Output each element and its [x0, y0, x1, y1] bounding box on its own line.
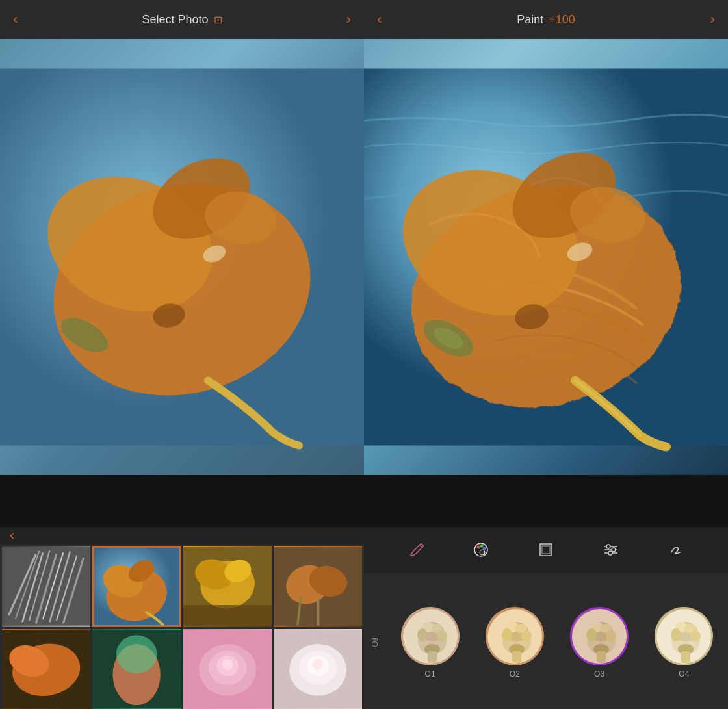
thumbnail-grid — [0, 544, 364, 709]
style-label-o2: O2 — [510, 669, 520, 678]
thumbnail-dry-flowers[interactable] — [274, 546, 362, 627]
svg-rect-97 — [597, 651, 606, 663]
left-title-group: Select Photo ⊡ — [142, 13, 222, 27]
original-image-area — [0, 39, 364, 475]
crop-icon[interactable]: ⊡ — [214, 14, 222, 26]
right-header: ‹ Paint +100 › — [364, 0, 728, 39]
style-preset-o4[interactable]: O4 — [655, 607, 713, 678]
svg-point-86 — [521, 630, 532, 642]
svg-point-70 — [608, 551, 612, 555]
right-forward-button[interactable]: › — [710, 11, 715, 28]
palette-tool[interactable] — [467, 535, 495, 564]
painted-flower-svg — [364, 39, 728, 475]
svg-point-37 — [116, 635, 157, 673]
svg-point-19 — [101, 562, 174, 627]
style-presets: O1 — [386, 607, 728, 678]
svg-point-42 — [222, 659, 233, 670]
paint-value: +100 — [549, 13, 575, 27]
svg-rect-79 — [428, 651, 437, 663]
right-tools-section: Oil — [364, 527, 728, 709]
thumbnail-nav: ‹ — [0, 527, 364, 544]
left-bottom-strip — [0, 475, 364, 527]
svg-point-95 — [606, 630, 616, 642]
thumbnail-orange-leaf[interactable] — [2, 629, 90, 709]
brush-tool[interactable] — [402, 535, 430, 564]
painted-flower-image — [364, 39, 728, 475]
style-label-o3: O3 — [594, 669, 604, 678]
svg-rect-64 — [542, 546, 550, 554]
left-panel: ‹ Select Photo ⊡ › — [0, 0, 364, 709]
adjust-tool[interactable] — [597, 535, 625, 564]
styles-row: Oil — [364, 573, 728, 709]
svg-point-47 — [312, 659, 323, 670]
svg-point-58 — [477, 546, 480, 549]
select-photo-title: Select Photo — [142, 13, 208, 27]
svg-point-20 — [99, 560, 148, 603]
svg-rect-88 — [512, 651, 521, 663]
svg-point-69 — [612, 548, 616, 552]
svg-point-59 — [480, 545, 484, 548]
left-header: ‹ Select Photo ⊡ › — [0, 0, 364, 39]
svg-rect-26 — [183, 605, 272, 625]
thumbnail-back-button[interactable]: ‹ — [10, 527, 14, 544]
right-back-button[interactable]: ‹ — [377, 11, 382, 28]
style-thumb-o1[interactable] — [401, 607, 460, 665]
thumbnail-white-rose[interactable] — [274, 629, 362, 709]
thumbnail-sticks[interactable] — [2, 546, 90, 627]
left-forward-button[interactable]: › — [346, 11, 351, 28]
style-thumb-o4[interactable] — [655, 607, 713, 665]
thumbnail-pink-rose[interactable] — [183, 629, 272, 709]
thumbnail-flower-blue[interactable] — [92, 546, 181, 627]
right-bottom-strip — [364, 475, 728, 527]
style-preset-o1[interactable]: O1 — [401, 607, 460, 678]
text-tool[interactable] — [662, 535, 690, 564]
style-label-o1: O1 — [425, 669, 436, 678]
svg-point-94 — [586, 628, 597, 641]
svg-point-76 — [417, 628, 428, 641]
paint-title: Paint — [517, 13, 543, 27]
svg-point-103 — [671, 628, 681, 641]
thumbnail-green-hand[interactable] — [92, 629, 181, 709]
original-flower-svg — [0, 39, 364, 475]
style-label-o4: O4 — [679, 669, 689, 678]
style-thumb-o3[interactable] — [570, 607, 629, 665]
style-thumb-o2[interactable] — [486, 607, 544, 665]
svg-point-62 — [480, 550, 485, 555]
svg-point-21 — [125, 556, 158, 586]
svg-point-68 — [606, 545, 610, 548]
svg-rect-106 — [681, 651, 690, 663]
style-preset-o3[interactable]: O3 — [570, 607, 629, 678]
style-preset-o2[interactable]: O2 — [486, 607, 544, 678]
svg-rect-18 — [92, 547, 181, 626]
painted-image-area — [364, 39, 728, 475]
right-title-group: Paint +100 — [517, 13, 575, 27]
thumbnail-yellow-flower[interactable] — [183, 546, 272, 627]
right-panel: ‹ Paint +100 › — [364, 0, 728, 709]
original-flower-image — [0, 39, 364, 475]
oil-label: Oil — [364, 638, 386, 647]
left-back-button[interactable]: ‹ — [13, 11, 18, 28]
svg-point-104 — [690, 630, 701, 642]
svg-point-77 — [437, 630, 447, 642]
canvas-tool[interactable] — [532, 535, 560, 564]
tools-bar — [364, 527, 728, 573]
svg-point-85 — [502, 628, 512, 641]
thumbnail-section: ‹ — [0, 527, 364, 709]
